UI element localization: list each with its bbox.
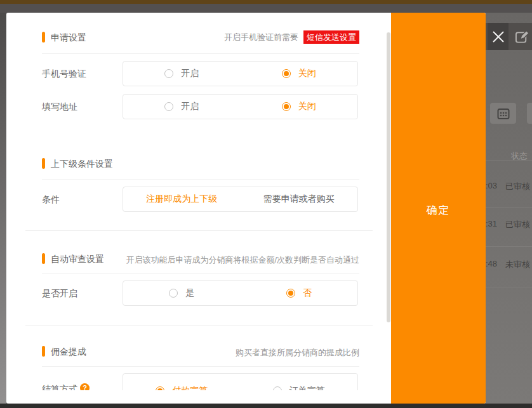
settings-modal: 申请设置 开启手机验证前需要短信发送设置 手机号验证 开启 关闭 填写地址 开启 — [6, 13, 486, 404]
section-description: 购买者直接所属分销商的提成比例 — [123, 347, 359, 359]
section-title-apply-settings: 申请设置 — [51, 32, 86, 43]
radio-option-close[interactable]: 关闭 — [241, 68, 358, 79]
status-badge: 已审核 — [505, 219, 530, 230]
field-label-fill-address: 填写地址 — [42, 102, 77, 112]
row-time: :31 — [486, 219, 497, 228]
section-title-auto-review: 自动审查设置 — [51, 254, 104, 264]
field-label-settle-method: 结算方式 — [42, 385, 77, 390]
section-marker — [42, 253, 45, 264]
calendar-button — [490, 103, 516, 124]
section-title-commission: 佣金提成 — [51, 346, 86, 357]
radio-on-icon — [286, 289, 295, 298]
close-icon — [491, 30, 505, 44]
choice-group-condition: 注册即成为上下级 需要申请或者购买 — [123, 187, 358, 212]
radio-on-icon — [282, 69, 291, 78]
radio-group-settle-method: 付款完算 订单完算 — [123, 373, 358, 390]
table-divider — [486, 207, 532, 208]
table-divider — [486, 287, 532, 287]
section-title-hierarchy-condition: 上下级条件设置 — [51, 159, 113, 169]
section-marker — [42, 158, 45, 169]
overlay-left — [0, 13, 6, 404]
radio-option-close[interactable]: 关闭 — [241, 101, 358, 112]
radio-group-phone-verify: 开启 关闭 — [123, 61, 358, 86]
choice-option-label: 需要申请或者购买 — [263, 194, 335, 205]
section-marker — [42, 346, 45, 357]
radio-option-label: 开启 — [181, 68, 199, 79]
radio-option-yes[interactable]: 是 — [123, 287, 241, 299]
radio-option-no[interactable]: 否 — [241, 287, 358, 299]
section-separator — [25, 325, 373, 326]
background-bottom-bar — [0, 404, 532, 408]
radio-option-label: 付款完算 — [172, 385, 208, 390]
help-question-icon[interactable]: ? — [80, 383, 90, 390]
radio-on-icon — [156, 386, 164, 390]
radio-off-icon — [164, 69, 173, 78]
radio-option-label: 是 — [185, 287, 194, 299]
edit-button[interactable] — [514, 29, 529, 45]
radio-option-pay-settle[interactable]: 付款完算 — [123, 385, 241, 390]
status-badge: 已审核 — [505, 181, 530, 192]
overlay-top — [0, 4, 532, 13]
confirm-panel[interactable]: 确定 — [391, 13, 486, 404]
background-table-area: 状态 :03 已审核 :31 已审核 :48 未审核 — [486, 13, 532, 404]
radio-option-open[interactable]: 开启 — [123, 68, 241, 79]
radio-off-icon — [169, 289, 178, 298]
radio-option-label: 关闭 — [298, 68, 316, 79]
field-label-condition: 条件 — [42, 195, 60, 204]
choice-option-label: 注册即成为上下级 — [146, 194, 217, 205]
status-badge: 未审核 — [505, 259, 530, 270]
section-divider — [42, 53, 359, 54]
row-time: :48 — [486, 259, 497, 268]
radio-option-label: 开启 — [181, 101, 199, 112]
section-divider — [42, 179, 359, 180]
radio-option-open[interactable]: 开启 — [123, 101, 241, 112]
sms-settings-link[interactable]: 短信发送设置 — [303, 30, 359, 44]
section-description: 开启该功能后申请成为分销商将根据金额/次数判断是否自动通过 — [123, 254, 359, 266]
radio-off-icon — [273, 386, 282, 390]
choice-option-register[interactable]: 注册即成为上下级 — [123, 194, 241, 205]
row-time: :03 — [486, 181, 497, 190]
field-label-enable: 是否开启 — [42, 289, 77, 298]
radio-group-enable: 是 否 — [123, 280, 358, 306]
radio-option-label: 订单完算 — [289, 385, 325, 390]
section-hint: 开启手机验证前需要短信发送设置 — [123, 30, 359, 44]
radio-option-label: 否 — [303, 287, 312, 299]
field-label-phone-verify: 手机号验证 — [42, 69, 86, 79]
radio-group-fill-address: 开启 关闭 — [123, 94, 358, 119]
background-button-partial — [527, 103, 532, 124]
hint-text: 开启手机验证前需要 — [224, 32, 298, 42]
radio-option-order-settle[interactable]: 订单完算 — [241, 385, 358, 390]
section-divider — [42, 273, 359, 274]
section-divider — [42, 366, 359, 367]
modal-close-button[interactable] — [488, 23, 509, 50]
radio-option-label: 关闭 — [298, 101, 316, 112]
screen: 状态 :03 已审核 :31 已审核 :48 未审核 申请设置 开启手机验证前需… — [0, 0, 532, 408]
confirm-button[interactable]: 确定 — [391, 203, 486, 218]
section-separator — [25, 230, 373, 231]
modal-scroll-area: 申请设置 开启手机验证前需要短信发送设置 手机号验证 开启 关闭 填写地址 开启 — [6, 13, 391, 390]
radio-on-icon — [282, 102, 291, 111]
scrollbar-thumb[interactable] — [387, 32, 390, 322]
edit-pencil-icon — [515, 29, 529, 44]
calendar-icon — [497, 107, 510, 120]
table-divider — [486, 246, 532, 247]
choice-option-apply-or-buy[interactable]: 需要申请或者购买 — [241, 194, 358, 205]
radio-off-icon — [164, 102, 173, 111]
table-divider — [486, 160, 532, 161]
section-marker — [42, 32, 45, 43]
